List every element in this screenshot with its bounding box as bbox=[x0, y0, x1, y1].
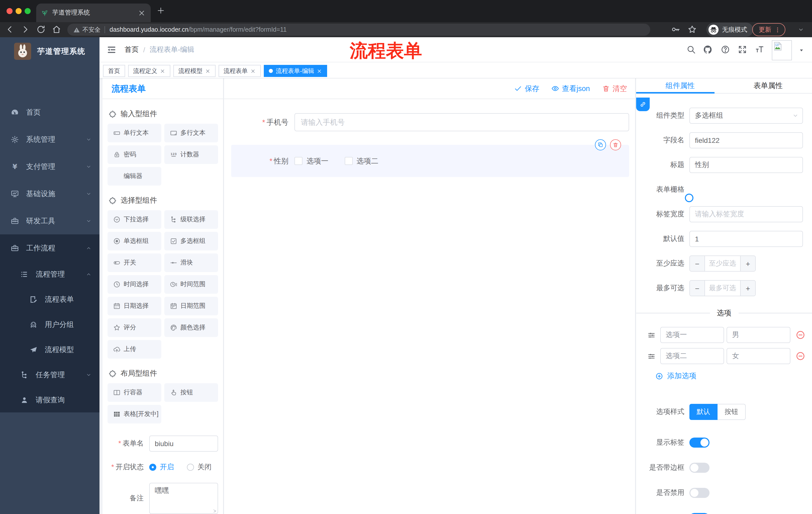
palette-component-chip[interactable]: 时间范围 bbox=[164, 275, 218, 294]
collapse-sidebar-icon[interactable] bbox=[107, 45, 117, 55]
sidebar-item[interactable]: 基础设施 bbox=[0, 180, 99, 207]
palette-component-chip[interactable]: 日期范围 bbox=[164, 297, 218, 315]
avatar-caret-icon[interactable] bbox=[799, 48, 804, 53]
toggle-switch[interactable] bbox=[689, 513, 709, 514]
github-icon[interactable] bbox=[703, 45, 713, 54]
browser-tab[interactable]: 芋道管理系统 bbox=[36, 3, 151, 22]
checkbox-icon[interactable] bbox=[294, 157, 302, 165]
form-name-input[interactable]: biubiu bbox=[149, 436, 218, 452]
palette-component-chip[interactable]: 123计数器 bbox=[164, 145, 218, 164]
close-tag-icon[interactable] bbox=[205, 68, 210, 74]
drag-handle-icon[interactable] bbox=[647, 352, 656, 360]
slider-handle[interactable] bbox=[685, 194, 693, 202]
palette-component-chip[interactable]: 行容器 bbox=[108, 383, 161, 402]
help-icon[interactable] bbox=[721, 45, 730, 54]
checkbox-icon[interactable] bbox=[344, 157, 352, 165]
canvas-field-phone[interactable]: *手机号 请输入手机号 bbox=[231, 113, 629, 131]
canvas-field-gender-selected[interactable]: *性别 选项一 选项二 bbox=[231, 145, 629, 177]
address-bar[interactable]: 不安全 dashboard.yudao.iocoder.cn/bpm/manag… bbox=[67, 24, 650, 36]
back-icon[interactable] bbox=[5, 25, 14, 34]
remove-option-button[interactable] bbox=[795, 330, 806, 340]
minus-button[interactable]: − bbox=[690, 281, 705, 296]
palette-component-chip[interactable]: 多行文本 bbox=[164, 124, 218, 142]
zoom-window-button[interactable] bbox=[25, 8, 31, 14]
font-size-icon[interactable] bbox=[755, 45, 764, 54]
close-window-button[interactable] bbox=[6, 8, 12, 14]
bookmark-star-icon[interactable] bbox=[687, 25, 697, 34]
forward-icon[interactable] bbox=[21, 25, 30, 34]
plus-button[interactable]: + bbox=[740, 281, 755, 296]
add-option-button[interactable]: 添加选项 bbox=[655, 371, 812, 381]
view-tag[interactable]: 流程表单 bbox=[219, 65, 261, 77]
palette-component-chip[interactable]: 颜色选择 bbox=[164, 318, 218, 337]
tab-component-props[interactable]: 组件属性 bbox=[636, 78, 724, 93]
palette-component-chip[interactable]: 开关 bbox=[108, 253, 161, 272]
palette-component-chip[interactable]: 日期选择 bbox=[108, 297, 161, 315]
sidebar-item[interactable]: 流程管理 bbox=[0, 262, 99, 287]
sidebar-item[interactable]: 工作流程 bbox=[0, 234, 99, 262]
chrome-caret-icon[interactable] bbox=[798, 27, 804, 33]
canvas-action-clear[interactable]: 清空 bbox=[602, 84, 627, 93]
status-radio-off[interactable]: 关闭 bbox=[187, 463, 211, 472]
status-radio-on[interactable]: 开启 bbox=[149, 463, 174, 472]
palette-component-chip[interactable]: 级联选择 bbox=[164, 210, 218, 229]
duplicate-field-button[interactable] bbox=[595, 139, 606, 151]
sidebar-item[interactable]: 任务管理 bbox=[0, 362, 99, 387]
toggle-switch[interactable] bbox=[689, 488, 709, 498]
canvas-action-button[interactable]: 保存 bbox=[514, 84, 540, 93]
close-tag-icon[interactable] bbox=[160, 68, 165, 74]
sidebar-item[interactable]: 首页 bbox=[0, 99, 99, 126]
remove-option-button[interactable] bbox=[795, 351, 806, 361]
user-avatar[interactable] bbox=[772, 40, 792, 60]
resize-handle-icon[interactable] bbox=[212, 508, 216, 513]
minus-button[interactable]: − bbox=[690, 256, 705, 271]
sidebar-item[interactable]: 研发工具 bbox=[0, 207, 99, 234]
update-browser-button[interactable]: 更新 bbox=[752, 23, 785, 36]
sidebar-item[interactable]: 请假查询 bbox=[0, 387, 99, 412]
sidebar-item[interactable]: 流程模型 bbox=[0, 337, 99, 362]
sidebar-item[interactable]: 用户分组 bbox=[0, 312, 99, 337]
sidebar-item[interactable]: 系统管理 bbox=[0, 126, 99, 153]
fullscreen-icon[interactable] bbox=[737, 45, 747, 54]
option-value-input[interactable]: 女 bbox=[727, 348, 790, 364]
palette-component-chip[interactable]: 单选框组 bbox=[108, 232, 161, 250]
sidebar-item[interactable]: 流程表单 bbox=[0, 287, 99, 312]
form-remark-textarea[interactable]: 嘿嘿 bbox=[149, 483, 218, 514]
view-tag[interactable]: 流程定义 bbox=[128, 65, 170, 77]
browser-menu-icon[interactable] bbox=[774, 26, 781, 33]
style-default-button[interactable]: 默认 bbox=[689, 404, 718, 420]
minimize-window-button[interactable] bbox=[16, 8, 22, 14]
phone-input[interactable]: 请输入手机号 bbox=[294, 113, 629, 131]
home-icon[interactable] bbox=[52, 25, 61, 34]
label-width-input[interactable]: 请输入标签宽度 bbox=[689, 206, 803, 222]
gender-option-2[interactable]: 选项二 bbox=[344, 156, 378, 166]
gender-option-1[interactable]: 选项一 bbox=[294, 156, 328, 166]
palette-component-chip[interactable]: 表格[开发中] bbox=[108, 405, 161, 424]
max-checked-stepper[interactable]: −最多可选+ bbox=[689, 280, 756, 296]
view-tag[interactable]: 流程模型 bbox=[173, 65, 215, 77]
palette-component-chip[interactable]: 按钮 bbox=[164, 383, 218, 402]
close-tag-icon[interactable] bbox=[317, 68, 322, 74]
close-tag-icon[interactable] bbox=[250, 68, 256, 74]
toggle-switch[interactable] bbox=[689, 437, 709, 448]
drag-handle-icon[interactable] bbox=[647, 331, 656, 339]
palette-component-chip[interactable]: 多选框组 bbox=[164, 232, 218, 250]
sidebar-item[interactable]: ¥支付管理 bbox=[0, 153, 99, 180]
breadcrumb-home[interactable]: 首页 bbox=[125, 45, 139, 54]
palette-component-chip[interactable]: 时间选择 bbox=[108, 275, 161, 294]
password-key-icon[interactable] bbox=[671, 25, 680, 34]
option-label-input[interactable]: 选项二 bbox=[660, 348, 724, 364]
close-tab-icon[interactable] bbox=[138, 9, 146, 17]
canvas-action-button[interactable]: 查看json bbox=[551, 84, 590, 93]
reload-icon[interactable] bbox=[36, 25, 46, 34]
palette-component-chip[interactable]: 编辑器 bbox=[108, 167, 161, 186]
min-checked-stepper[interactable]: −至少应选+ bbox=[689, 255, 756, 272]
option-value-input[interactable]: 男 bbox=[727, 327, 790, 343]
title-input[interactable]: 性别 bbox=[689, 157, 803, 173]
palette-component-chip[interactable]: 密码 bbox=[108, 145, 161, 164]
view-tag[interactable]: 流程表单-编辑 bbox=[264, 65, 327, 77]
palette-component-chip[interactable]: 评分 bbox=[108, 318, 161, 337]
style-button-button[interactable]: 按钮 bbox=[718, 404, 746, 420]
component-type-select[interactable]: 多选框组 bbox=[689, 108, 803, 124]
palette-component-chip[interactable]: 滑块 bbox=[164, 253, 218, 272]
